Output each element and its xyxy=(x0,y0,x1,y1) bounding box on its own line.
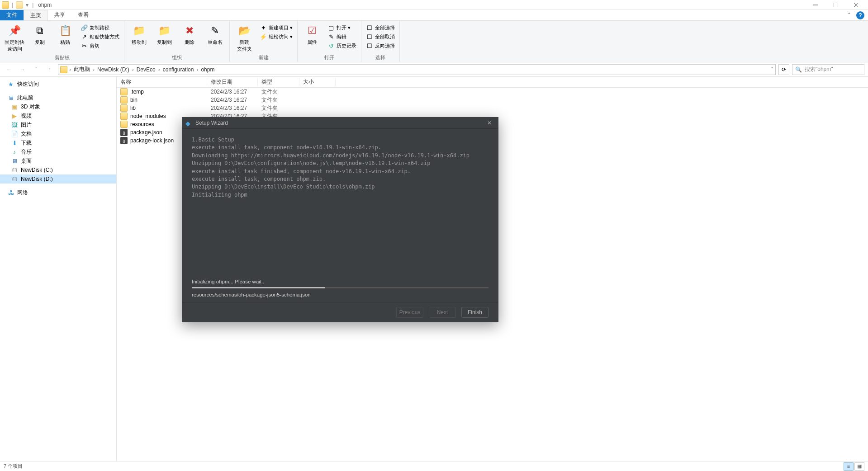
file-row[interactable]: .temp2024/2/3 16:27文件夹 xyxy=(117,88,868,96)
new-item-button[interactable]: ✦新建项目 ▾ xyxy=(259,24,294,32)
status-bar: 7 个项目 ≡ ▦ xyxy=(0,461,868,471)
back-button[interactable]: ← xyxy=(4,64,14,75)
invert-selection-button[interactable]: ☐反向选择 xyxy=(365,42,396,50)
ribbon-group-organize: 📁移动到 📁复制到 ✖删除 ✎重命名 组织 xyxy=(124,21,230,62)
tab-share[interactable]: 共享 xyxy=(48,10,71,20)
pin-button[interactable]: 📌固定到快 速访问 xyxy=(4,23,25,52)
sidebar-disk-c[interactable]: ⛁NewDisk (C:) xyxy=(0,165,116,174)
sidebar-documents[interactable]: 📄文档 xyxy=(0,129,116,138)
chevron-right-icon: › xyxy=(69,66,71,73)
breadcrumb-item[interactable]: configuration xyxy=(162,66,195,73)
open-button[interactable]: ▢打开 ▾ xyxy=(327,24,357,32)
column-type[interactable]: 类型 xyxy=(258,78,299,86)
tab-file[interactable]: 文件 xyxy=(0,10,24,20)
maximize-button[interactable] xyxy=(825,0,846,10)
breadcrumb-item[interactable]: NewDisk (D:) xyxy=(96,66,130,73)
file-name: lib xyxy=(130,105,136,111)
sidebar-quick-access[interactable]: ★快速访问 xyxy=(0,80,116,89)
copy-button[interactable]: ⧉复制 xyxy=(29,23,51,46)
new-folder-icon: 📂 xyxy=(237,24,251,38)
chevron-right-icon: › xyxy=(132,66,134,73)
chevron-down-icon[interactable]: ˅ xyxy=(771,66,773,73)
sidebar-music[interactable]: ♪音乐 xyxy=(0,147,116,156)
breadcrumb-item[interactable]: 此电脑 xyxy=(73,66,91,73)
file-name: node_modules xyxy=(130,113,166,119)
wizard-title-bar: ◆ Setup Wizard ✕ xyxy=(182,117,498,129)
edit-button[interactable]: ✎编辑 xyxy=(327,33,357,41)
group-label: 选择 xyxy=(365,53,396,61)
file-row[interactable]: bin2024/2/3 16:27文件夹 xyxy=(117,96,868,104)
column-size[interactable]: 大小 xyxy=(299,78,336,86)
file-date: 2024/2/3 16:27 xyxy=(207,89,258,95)
scissors-icon: ✂ xyxy=(81,42,88,49)
item-count: 7 个项目 xyxy=(4,463,23,470)
sidebar-network[interactable]: 🖧网络 xyxy=(0,188,116,197)
sidebar-videos[interactable]: ▶视频 xyxy=(0,111,116,120)
properties-button[interactable]: ☑属性 xyxy=(301,23,323,46)
sidebar-3d-objects[interactable]: ▣3D 对象 xyxy=(0,102,116,111)
icons-view-button[interactable]: ▦ xyxy=(854,462,864,471)
recent-dropdown[interactable]: ˅ xyxy=(31,64,42,75)
wizard-close-button[interactable]: ✕ xyxy=(484,120,495,126)
history-button[interactable]: ↺历史记录 xyxy=(327,42,357,50)
ribbon-group-new: 📂新建 文件夹 ✦新建项目 ▾ ⚡轻松访问 ▾ 新建 xyxy=(230,21,298,62)
sidebar-desktop[interactable]: 🖥桌面 xyxy=(0,156,116,165)
select-none-button[interactable]: ☐全部取消 xyxy=(365,33,396,41)
breadcrumb-item[interactable]: ohpm xyxy=(200,66,215,73)
details-view-button[interactable]: ≡ xyxy=(844,462,854,471)
edit-icon: ✎ xyxy=(327,33,335,40)
easy-access-button[interactable]: ⚡轻松访问 ▾ xyxy=(259,33,294,41)
new-folder-button[interactable]: 📂新建 文件夹 xyxy=(233,23,255,52)
new-item-icon: ✦ xyxy=(260,24,267,31)
next-button[interactable]: Next xyxy=(429,307,456,318)
refresh-button[interactable]: ⟳ xyxy=(778,64,789,75)
rename-button[interactable]: ✎重命名 xyxy=(204,23,226,46)
sidebar-this-pc[interactable]: 🖥此电脑 xyxy=(0,93,116,102)
tab-view[interactable]: 查看 xyxy=(71,10,95,20)
copy-icon: ⧉ xyxy=(33,24,47,38)
finish-button[interactable]: Finish xyxy=(461,307,489,318)
help-icon[interactable]: ? xyxy=(856,11,864,19)
copy-to-button[interactable]: 📁复制到 xyxy=(153,23,175,46)
wizard-log: 1.Basic Setup execute install task, comp… xyxy=(182,129,498,278)
search-input[interactable]: 🔍 搜索"ohpm" xyxy=(792,64,864,75)
svg-rect-1 xyxy=(834,3,838,7)
tab-home[interactable]: 主页 xyxy=(24,10,48,20)
sidebar-downloads[interactable]: ⬇下载 xyxy=(0,138,116,147)
forward-button[interactable]: → xyxy=(17,64,28,75)
group-label: 剪贴板 xyxy=(4,53,120,61)
breadcrumb-item[interactable]: DevEco xyxy=(136,66,157,73)
search-icon: 🔍 xyxy=(795,66,802,73)
copy-path-button[interactable]: 🔗复制路径 xyxy=(80,24,120,32)
minimize-button[interactable] xyxy=(805,0,825,10)
file-name: .temp xyxy=(130,89,144,95)
ribbon-collapse-icon[interactable]: ˄ xyxy=(848,12,851,19)
pc-icon: 🖥 xyxy=(7,94,14,101)
paste-button[interactable]: 📋粘贴 xyxy=(54,23,76,46)
qat-dropdown-icon[interactable]: ▾ xyxy=(26,2,28,8)
up-button[interactable]: ↑ xyxy=(44,64,55,75)
sidebar-pictures[interactable]: 🖼图片 xyxy=(0,120,116,129)
sidebar-disk-d[interactable]: ⛁NewDisk (D:) xyxy=(0,174,116,184)
window-title: ohpm xyxy=(38,2,52,8)
move-to-button[interactable]: 📁移动到 xyxy=(128,23,150,46)
folder-icon xyxy=(120,113,128,120)
column-name[interactable]: 名称 xyxy=(117,78,207,86)
cut-button[interactable]: ✂剪切 xyxy=(80,42,120,50)
file-row[interactable]: lib2024/2/3 16:27文件夹 xyxy=(117,104,868,112)
folder-icon xyxy=(120,88,128,95)
address-bar[interactable]: › 此电脑 › NewDisk (D:) › DevEco › configur… xyxy=(58,64,776,75)
wizard-progress-bar xyxy=(192,287,489,288)
close-button[interactable] xyxy=(846,0,866,10)
folder-icon xyxy=(2,1,9,9)
properties-icon: ☑ xyxy=(305,24,319,38)
previous-button[interactable]: Previous xyxy=(396,307,423,318)
file-type: 文件夹 xyxy=(258,104,299,112)
paste-shortcut-button[interactable]: ↗粘贴快捷方式 xyxy=(80,33,120,41)
column-date[interactable]: 修改日期 xyxy=(207,78,258,86)
ribbon-group-open: ☑属性 ▢打开 ▾ ✎编辑 ↺历史记录 打开 xyxy=(298,21,361,62)
select-all-button[interactable]: ☐全部选择 xyxy=(365,24,396,32)
disk-icon: ⛁ xyxy=(11,175,18,183)
star-icon: ★ xyxy=(7,80,14,88)
delete-button[interactable]: ✖删除 xyxy=(179,23,200,46)
